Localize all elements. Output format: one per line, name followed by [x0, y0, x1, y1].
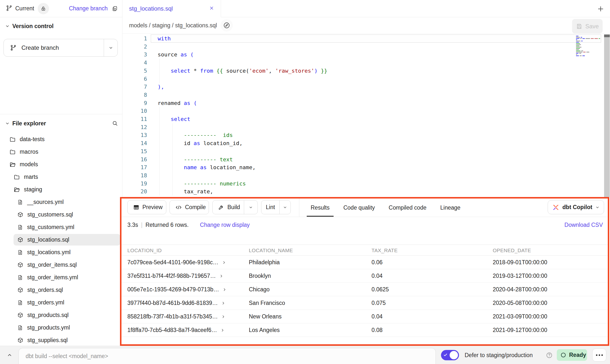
- code-line-8[interactable]: 8: [122, 91, 610, 99]
- code-line-6[interactable]: 6: [122, 75, 610, 83]
- file-label: stg_customers.sql: [27, 211, 73, 218]
- file-item-stg-locations-sql[interactable]: stg_locations.sql: [0, 233, 122, 246]
- code-line-11[interactable]: 11 select: [122, 115, 610, 123]
- create-branch-dropdown[interactable]: [104, 39, 118, 56]
- code-line-20[interactable]: 20 tax_rate,: [122, 187, 610, 196]
- tab-compiled-code[interactable]: Compiled code: [385, 199, 430, 217]
- build-dropdown[interactable]: [244, 200, 257, 214]
- more-options-button[interactable]: [592, 348, 606, 362]
- code-text: id as location_id,: [158, 140, 242, 146]
- table-row[interactable]: 858218fb-73f7-4b1b-a31f-57b345…New Orlea…: [121, 310, 608, 323]
- new-tab-button[interactable]: [596, 4, 605, 13]
- file-item-stg-customers-yml[interactable]: stg_customers.yml: [0, 221, 122, 233]
- file-item-stg-order-items-sql[interactable]: stg_order_items.sql: [0, 259, 122, 271]
- cell-tax_rate: 0.04: [372, 310, 383, 323]
- editor-scrollbar-thumb[interactable]: [604, 34, 610, 37]
- dbt-copilot-button[interactable]: dbt Copilot: [548, 200, 604, 214]
- file-item--sources-yml[interactable]: __sources.yml: [0, 196, 122, 208]
- status-circle-icon: [560, 352, 566, 358]
- preview-button[interactable]: Preview: [127, 200, 166, 214]
- file-item-stg-orders-yml[interactable]: stg_orders.yml: [0, 296, 122, 309]
- defer-toggle[interactable]: [441, 350, 459, 360]
- build-button[interactable]: Build: [212, 200, 258, 214]
- change-row-display-link[interactable]: Change row display: [200, 222, 250, 228]
- code-line-12[interactable]: 12: [122, 123, 610, 131]
- file-item-stg-order-items-yml[interactable]: stg_order_items.yml: [0, 271, 122, 284]
- file-item-models[interactable]: models: [0, 158, 122, 171]
- compile-button[interactable]: Compile: [169, 200, 209, 214]
- file-item-marts[interactable]: marts: [0, 171, 122, 183]
- cell-location_name: San Francisco: [249, 296, 285, 310]
- file-explorer-section-header[interactable]: File explorer: [5, 118, 118, 129]
- tab-results[interactable]: Results: [307, 199, 334, 217]
- version-control-section-header[interactable]: Version control: [5, 21, 53, 31]
- table-row[interactable]: 005e7e1c-1935-4269-b479-0713b…Chicago0.0…: [121, 283, 608, 296]
- editor-scrollbar[interactable]: [604, 34, 610, 197]
- code-line-13[interactable]: 13 ---------- ids: [122, 131, 610, 139]
- compile-label: Compile: [185, 204, 206, 211]
- code-line-15[interactable]: 15: [122, 147, 610, 155]
- code-line-14[interactable]: 14 id as location_id,: [122, 139, 610, 147]
- save-button[interactable]: Save: [572, 19, 603, 33]
- cell-location_name: Chicago: [249, 283, 270, 296]
- code-line-19[interactable]: 19 ---------- numerics: [122, 180, 610, 188]
- row-expand-chevron-icon[interactable]: [222, 288, 226, 292]
- file-item-stg-products-sql[interactable]: stg_products.sql: [0, 309, 122, 321]
- minimap[interactable]: [576, 36, 604, 57]
- code-line-7[interactable]: 7),: [122, 83, 610, 91]
- code-line-4[interactable]: 4: [122, 59, 610, 67]
- code-line-3[interactable]: 3source as (: [122, 50, 610, 59]
- file-item-stg-customers-sql[interactable]: stg_customers.sql: [0, 208, 122, 221]
- file-item-macros[interactable]: macros: [0, 146, 122, 158]
- row-expand-chevron-icon[interactable]: [221, 315, 225, 319]
- table-row[interactable]: 3977f440-b87d-461b-9dd6-81839…San Franci…: [121, 296, 608, 310]
- tab-code-quality[interactable]: Code quality: [339, 199, 379, 217]
- row-expand-chevron-icon[interactable]: [221, 301, 225, 305]
- code-text: renamed as (: [158, 100, 197, 106]
- file-item-stg-locations-yml[interactable]: stg_locations.yml: [0, 246, 122, 259]
- table-row[interactable]: 37e5f311-b7f4-4f2f-988b-719657…Brooklyn0…: [121, 269, 608, 283]
- row-expand-chevron-icon[interactable]: [220, 328, 224, 332]
- code-line-16[interactable]: 16 ---------- text: [122, 155, 610, 164]
- cell-location_id: 37e5f311-b7f4-4f2f-988b-719657…: [127, 269, 223, 283]
- code-line-2[interactable]: 2: [122, 43, 610, 51]
- table-row[interactable]: 1f8ffa70-7cb5-4d83-8a7f-9aceef6…Los Ange…: [121, 323, 608, 337]
- expand-command-bar-icon[interactable]: [5, 351, 14, 359]
- lint-dropdown[interactable]: [279, 200, 290, 214]
- code-line-1[interactable]: 1with: [122, 34, 610, 43]
- file-item-data-tests[interactable]: data-tests: [0, 133, 122, 146]
- file-search-icon[interactable]: [112, 120, 118, 127]
- file-item-stg-products-yml[interactable]: stg_products.yml: [0, 321, 122, 334]
- explore-compass-icon[interactable]: [220, 19, 233, 32]
- dbt-command-input[interactable]: [18, 348, 436, 364]
- file-item-stg-supplies-sql[interactable]: stg_supplies.sql: [0, 334, 122, 347]
- dbt-copilot-label: dbt Copilot: [562, 204, 592, 211]
- lint-button[interactable]: Lint: [261, 200, 291, 214]
- code-line-5[interactable]: 5 select * from {{ source('ecom', 'raw_s…: [122, 67, 610, 75]
- row-expand-chevron-icon[interactable]: [219, 274, 223, 278]
- row-expand-chevron-icon[interactable]: [222, 261, 226, 265]
- cell-location_id: 3977f440-b87d-461b-9dd6-81839…: [127, 296, 225, 310]
- chevron-down-icon: [595, 205, 600, 210]
- tab-close-icon[interactable]: [209, 5, 214, 12]
- file-item-stg-orders-sql[interactable]: stg_orders.sql: [0, 284, 122, 296]
- download-csv-link[interactable]: Download CSV: [564, 217, 603, 233]
- code-line-18[interactable]: 18: [122, 171, 610, 180]
- create-branch-button[interactable]: Create branch: [3, 39, 118, 57]
- code-line-10[interactable]: 10: [122, 107, 610, 115]
- help-icon[interactable]: [546, 352, 553, 360]
- code-editor[interactable]: 1with23source as (45 select * from {{ so…: [122, 34, 610, 197]
- ready-label: Ready: [569, 352, 586, 358]
- line-number: 16: [122, 156, 147, 163]
- tab-lineage[interactable]: Lineage: [436, 199, 464, 217]
- file-item-staging[interactable]: staging: [0, 183, 122, 196]
- table-icon: [133, 204, 139, 211]
- code-line-17[interactable]: 17 name as location_name,: [122, 163, 610, 171]
- table-row[interactable]: 7c079cea-5ed4-4101-906e-9198c…Philadelph…: [121, 256, 608, 269]
- rows-returned: Returned 6 rows.: [145, 222, 188, 228]
- tab-stg-locations-sql[interactable]: stg_locations.sql: [123, 0, 221, 17]
- change-branch-link[interactable]: Change branch: [69, 5, 108, 12]
- copy-branch-icon[interactable]: [112, 5, 118, 12]
- git-branch-icon: [6, 5, 12, 12]
- code-line-9[interactable]: 9renamed as (: [122, 99, 610, 107]
